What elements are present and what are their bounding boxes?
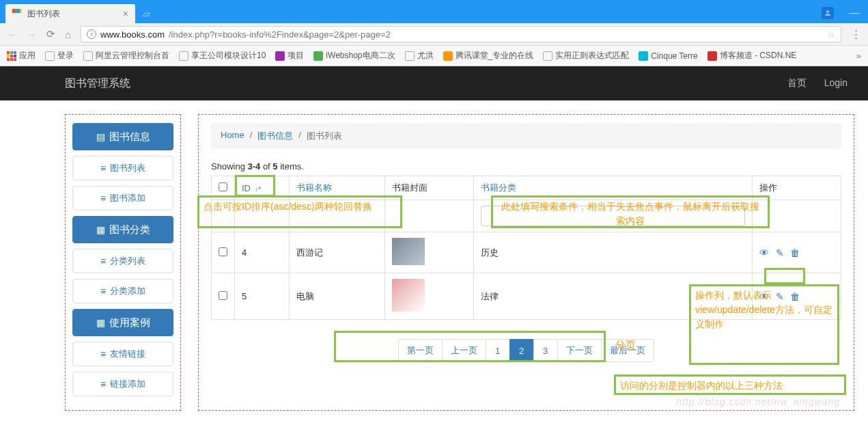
annotation-route: 访问的分别是控制器内的以上三种方法 — [614, 374, 846, 395]
bookmark-item[interactable]: 享王公司模块设计10 — [179, 50, 266, 62]
tab-title: 图书列表 — [27, 8, 117, 20]
sidebar-header-case[interactable]: ▦使用案例 — [72, 309, 173, 336]
cell-id: 5 — [235, 273, 290, 320]
nav-home[interactable]: 首页 — [787, 77, 807, 90]
col-name[interactable]: 书籍名称 — [296, 182, 332, 193]
bookmark-item[interactable]: 阿里云管理控制台首 — [83, 50, 169, 62]
page-first[interactable]: 第一页 — [398, 339, 443, 362]
view-icon[interactable]: 👁 — [759, 247, 769, 258]
sidebar-item-cat-list[interactable]: ≡分类列表 — [72, 249, 173, 273]
list-icon: ≡ — [100, 193, 106, 204]
delete-icon[interactable]: 🗑 — [790, 247, 800, 258]
cell-category: 法律 — [474, 273, 753, 320]
app-navbar: 图书管理系统 首页 Login — [0, 66, 868, 100]
profile-icon[interactable] — [822, 7, 834, 19]
sidebar-item-links[interactable]: ≡友情链接 — [72, 342, 173, 366]
table-header-row: ID ↓ᴬ 书籍名称 书籍封面 书籍分类 操作 — [212, 176, 841, 200]
brand[interactable]: 图书管理系统 — [65, 77, 130, 91]
new-tab-button[interactable]: ▱ — [139, 7, 153, 21]
sidebar: ▤图书信息 ≡图书列表 ≡图书添加 ▦图书分类 ≡分类列表 ≡分类添加 ▦使用案… — [65, 114, 181, 411]
bookmarks-overflow-icon[interactable]: » — [856, 51, 861, 61]
cell-id: 4 — [235, 232, 290, 273]
edit-icon[interactable]: ✎ — [776, 291, 784, 302]
sidebar-item-cat-add[interactable]: ≡分类添加 — [72, 279, 173, 303]
sidebar-item-link-add[interactable]: ≡链接添加 — [72, 372, 173, 396]
grid-summary: Showing 3-4 of 5 items. — [211, 161, 841, 172]
page-2[interactable]: 2 — [509, 339, 534, 362]
col-id-sort[interactable]: ID ↓ᴬ — [242, 183, 261, 193]
page-next[interactable]: 下一页 — [557, 339, 602, 362]
menu-icon[interactable]: ⋮ — [851, 28, 861, 40]
cell-cover — [385, 273, 474, 320]
data-grid: ID ↓ᴬ 书籍名称 书籍封面 书籍分类 操作 4 西游记 历史 👁 — [211, 176, 841, 320]
table-filter-row — [212, 200, 841, 232]
row-checkbox[interactable] — [219, 291, 227, 300]
forward-icon[interactable]: → — [27, 29, 37, 40]
col-cover: 书籍封面 — [392, 182, 428, 193]
col-category[interactable]: 书籍分类 — [481, 182, 516, 193]
list-icon: ≡ — [100, 163, 106, 174]
cell-actions: 👁 ✎ 🗑 — [753, 232, 841, 273]
apps-button[interactable]: 应用 — [7, 50, 36, 62]
list-icon: ▤ — [96, 131, 105, 142]
bookmark-star-icon[interactable]: ☆ — [827, 29, 835, 40]
cell-name: 西游记 — [290, 232, 385, 273]
reload-icon[interactable]: ⟳ — [46, 28, 55, 40]
browser-tab[interactable]: 图书列表 × — [5, 4, 135, 23]
close-tab-icon[interactable]: × — [123, 8, 128, 19]
bookmark-item[interactable]: 尤洪 — [405, 50, 434, 62]
sidebar-item-book-add[interactable]: ≡图书添加 — [72, 186, 173, 210]
breadcrumb-home[interactable]: Home — [221, 130, 244, 142]
content: Home/ 图书信息/ 图书列表 Showing 3-4 of 5 items.… — [198, 114, 854, 411]
category-filter-input[interactable] — [481, 206, 745, 226]
sidebar-header-category[interactable]: ▦图书分类 — [72, 216, 173, 243]
page-3[interactable]: 3 — [533, 339, 558, 362]
select-all-checkbox[interactable] — [219, 182, 227, 191]
cell-category: 历史 — [474, 232, 753, 273]
list-icon: ≡ — [100, 349, 106, 359]
edit-icon[interactable]: ✎ — [776, 247, 784, 258]
row-checkbox[interactable] — [219, 247, 227, 256]
bookmark-item[interactable]: Cinque Terre — [639, 51, 697, 61]
page-1[interactable]: 1 — [486, 339, 510, 362]
cover-thumb — [392, 279, 425, 312]
breadcrumb-group[interactable]: 图书信息 — [257, 130, 293, 142]
home-icon[interactable]: ⌂ — [65, 29, 71, 40]
calendar-icon: ▦ — [96, 224, 105, 235]
sort-icon: ↓ᴬ — [255, 185, 261, 193]
site-info-icon[interactable]: i — [87, 29, 96, 39]
nav-login[interactable]: Login — [824, 77, 848, 90]
bookmark-item[interactable]: 项目 — [275, 50, 304, 62]
address-bar-row: ← → ⟳ ⌂ i www.books.com /index.php?r=boo… — [0, 23, 868, 46]
list-icon: ≡ — [100, 256, 106, 267]
favicon — [12, 9, 22, 18]
bookmark-item[interactable]: 登录 — [45, 50, 74, 62]
breadcrumb-current: 图书列表 — [307, 130, 342, 142]
delete-icon[interactable]: 🗑 — [790, 291, 800, 302]
bookmark-item[interactable]: 腾讯课堂_专业的在线 — [443, 50, 534, 62]
calendar-icon: ▦ — [96, 317, 105, 328]
pagination: 第一页 上一页 1 2 3 下一页 最后一页 — [211, 339, 841, 362]
page-prev[interactable]: 上一页 — [442, 339, 486, 362]
address-bar[interactable]: i www.books.com /index.php?r=books-info%… — [81, 26, 841, 42]
bookmark-item[interactable]: iWebshop电商二次 — [313, 50, 395, 62]
browser-tab-strip: 图书列表 × ▱ — — [0, 0, 868, 23]
view-icon[interactable]: 👁 — [759, 291, 769, 302]
back-icon[interactable]: ← — [7, 29, 17, 40]
cover-thumb — [392, 238, 425, 265]
bookmark-item[interactable]: 博客频道 - CSDN.NE — [708, 50, 797, 62]
url-host: www.books.com — [100, 29, 165, 40]
list-icon: ≡ — [100, 379, 106, 390]
breadcrumb: Home/ 图书信息/ 图书列表 — [211, 123, 841, 149]
window-minimize-icon[interactable]: — — [849, 7, 860, 19]
cell-actions: 👁 ✎ 🗑 — [753, 273, 841, 320]
sidebar-header-books[interactable]: ▤图书信息 — [72, 123, 173, 150]
bookmark-item[interactable]: 实用正则表达式匹配 — [543, 50, 629, 62]
bookmarks-bar: 应用 登录 阿里云管理控制台首 享王公司模块设计10 项目 iWebshop电商… — [0, 46, 868, 66]
col-actions: 操作 — [759, 182, 777, 193]
sidebar-item-book-list[interactable]: ≡图书列表 — [72, 156, 173, 180]
table-row: 4 西游记 历史 👁 ✎ 🗑 — [212, 232, 841, 273]
watermark: http://blog.csdn.net/nw_ningwang — [676, 396, 840, 407]
annotation-pager-label: 分页 — [615, 339, 636, 352]
cell-name: 电脑 — [290, 273, 385, 320]
